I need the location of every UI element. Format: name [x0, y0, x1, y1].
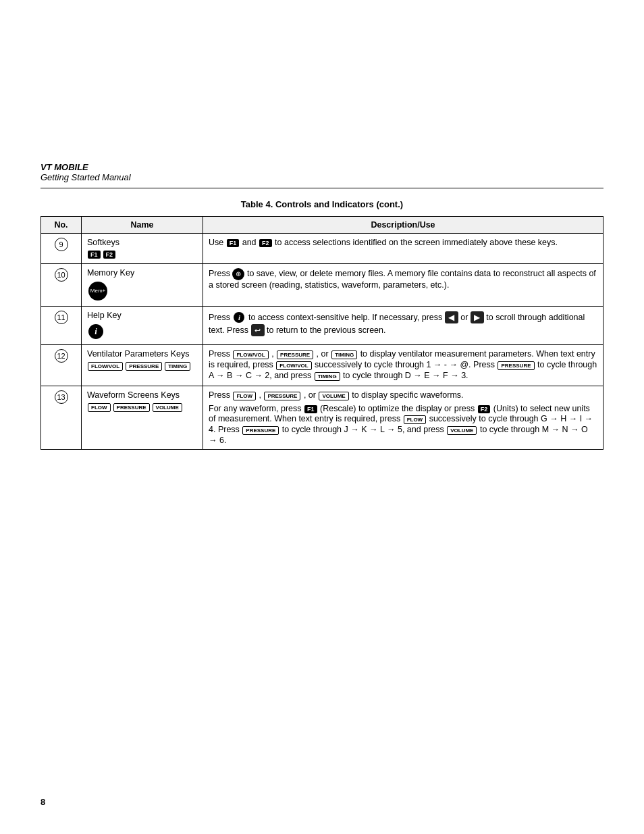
timing-key: TIMING	[165, 362, 190, 371]
back-icon: ↩	[251, 324, 265, 336]
softkeys-keys: F1 F2	[87, 250, 197, 259]
desc-flow2-key: FLOW	[404, 415, 427, 424]
col-header-name: Name	[82, 217, 203, 234]
circled-10: 10	[55, 268, 68, 282]
desc-flow-key: FLOW	[233, 392, 256, 400]
desc-f1-key: F1	[227, 239, 240, 247]
flowvol-key: FLOW/VOL	[88, 362, 123, 371]
desc-timing2-key: TIMING	[315, 372, 340, 381]
row-name-12: Ventilator Parameters Keys FLOW/VOL PRES…	[82, 345, 203, 386]
table-header-row: No. Name Description/Use	[41, 217, 603, 234]
info-key: i	[88, 324, 103, 339]
circled-9: 9	[55, 238, 68, 251]
memory-keys: Mem+	[87, 280, 197, 302]
brand-title: VT MOBILE	[41, 162, 603, 172]
mem-key: Mem+	[88, 282, 107, 301]
table-row: 10 Memory Key Mem+ Press ⊕ to save, view…	[41, 264, 603, 307]
help-keys: i	[87, 323, 197, 340]
desc-10-rest: to save, view, or delete memory files. A…	[209, 269, 596, 290]
row-desc-10: Press ⊕ to save, view, or delete memory …	[203, 264, 603, 307]
page-number: 8	[41, 777, 603, 807]
volume-key: VOLUME	[153, 403, 182, 412]
waveform-keys: FLOW PRESSURE VOLUME	[87, 402, 197, 413]
row-no-12: 12	[41, 345, 82, 386]
desc-f1-rescale-key: F1	[304, 405, 317, 413]
mem-icon: ⊕	[232, 268, 244, 280]
desc-flowvol-key: FLOW/VOL	[233, 350, 268, 359]
desc-volume-key: VOLUME	[319, 392, 348, 400]
arrow-right-icon: ▶	[471, 311, 484, 323]
desc-13-para1: Press FLOW , PRESSURE , or VOLUME to dis…	[209, 390, 597, 401]
desc-12-para1: Press FLOW/VOL , PRESSURE , or TIMING to…	[209, 349, 597, 382]
row-no-9: 9	[41, 234, 82, 264]
row-desc-9: Use F1 and F2 to access selections ident…	[203, 234, 603, 264]
f2-key: F2	[103, 251, 116, 259]
f1-key: F1	[88, 251, 101, 259]
desc-pressure2-key-12: PRESSURE	[498, 361, 534, 370]
row-desc-12: Press FLOW/VOL , PRESSURE , or TIMING to…	[203, 345, 603, 386]
row-no-11: 11	[41, 307, 82, 345]
desc-11-or: or	[460, 313, 471, 322]
row-name-10: Memory Key Mem+	[82, 264, 203, 307]
desc-f2-key: F2	[259, 239, 272, 247]
table-row: 11 Help Key i Press i to access context-…	[41, 307, 603, 345]
row-no-13: 13	[41, 386, 82, 450]
flow-key: FLOW	[88, 403, 111, 412]
circled-11: 11	[55, 311, 68, 324]
row-desc-13: Press FLOW , PRESSURE , or VOLUME to dis…	[203, 386, 603, 450]
desc-pressure-key-12: PRESSURE	[277, 350, 313, 359]
desc-11-return: to return to the previous screen.	[267, 325, 385, 335]
desc-f2-units-key: F2	[478, 405, 491, 413]
desc-pressure-key-13: PRESSURE	[264, 392, 300, 400]
desc-11-press: Press	[209, 313, 232, 322]
table-title: Table 4. Controls and Indicators (cont.)	[41, 199, 603, 209]
page: VT MOBILE Getting Started Manual Table 4…	[0, 0, 644, 834]
circled-13: 13	[55, 390, 68, 404]
desc-9-and: and	[242, 238, 259, 247]
vent-params-keys: FLOW/VOL PRESSURE TIMING	[87, 361, 197, 371]
softkeys-label: Softkeys	[87, 238, 197, 247]
table-row: 9 Softkeys F1 F2 Use F1 and F2	[41, 234, 603, 264]
desc-volume2-key: VOLUME	[447, 426, 477, 435]
desc-10-text: Press	[209, 269, 232, 278]
desc-info-icon: i	[234, 312, 244, 323]
vent-params-label: Ventilator Parameters Keys	[87, 349, 197, 359]
desc-pressure2-key-13: PRESSURE	[242, 426, 279, 435]
col-header-desc: Description/Use	[203, 217, 603, 234]
circled-12: 12	[55, 349, 68, 363]
table-row: 13 Waveform Screens Keys FLOW PRESSURE V…	[41, 386, 603, 450]
pressure-key-12: PRESSURE	[126, 362, 162, 371]
arrow-left-icon: ◀	[445, 311, 458, 323]
desc-timing-key: TIMING	[331, 350, 357, 359]
controls-table: No. Name Description/Use 9 Softkeys F1 F…	[41, 216, 603, 450]
desc-9-rest: to access selections identified on the s…	[275, 238, 558, 247]
memory-key-label: Memory Key	[87, 268, 197, 278]
row-name-13: Waveform Screens Keys FLOW PRESSURE VOLU…	[82, 386, 203, 450]
header-divider	[41, 188, 603, 188]
row-name-9: Softkeys F1 F2	[82, 234, 203, 264]
desc-flowvol2-key: FLOW/VOL	[276, 361, 311, 370]
pressure-key-13: PRESSURE	[113, 403, 150, 412]
subtitle: Getting Started Manual	[41, 172, 603, 182]
header-section: VT MOBILE Getting Started Manual	[41, 162, 603, 182]
waveform-keys-label: Waveform Screens Keys	[87, 390, 197, 400]
row-no-10: 10	[41, 264, 82, 307]
desc-13-para2: For any waveform, press F1 (Rescale) to …	[209, 404, 597, 445]
col-header-no: No.	[41, 217, 82, 234]
row-name-11: Help Key i	[82, 307, 203, 345]
row-desc-11: Press i to access context-sensitive help…	[203, 307, 603, 345]
table-row: 12 Ventilator Parameters Keys FLOW/VOL P…	[41, 345, 603, 386]
desc-9-text: Use	[209, 238, 226, 247]
desc-11-text: to access context-sensitive help. If nec…	[248, 313, 445, 322]
help-key-label: Help Key	[87, 311, 197, 320]
